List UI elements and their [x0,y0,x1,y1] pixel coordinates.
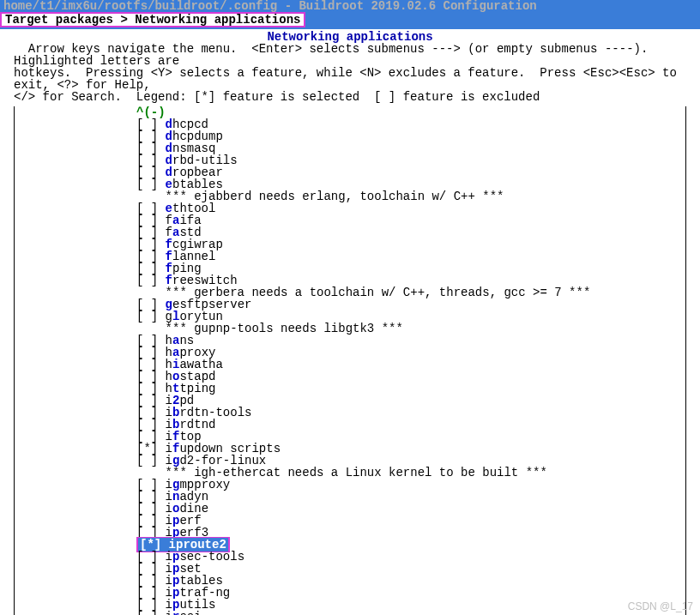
menu-item[interactable]: [ ] iperf [136,515,685,527]
menu-item[interactable]: [*] ifupdown scripts [136,443,685,455]
menu-item[interactable]: [ ] haproxy [136,347,685,359]
menu-item[interactable]: [ ] hiawatha [136,359,685,371]
window-title-bar: home/t1/imx6u/rootfs/buildroot/.config -… [0,0,700,12]
menu-item[interactable]: [ ] drbd-utils [136,154,685,166]
label-rest: ssi [179,610,201,615]
menu-frame[interactable]: ^(-) [ ] dhcpcd[ ] dhcpdump[ ] dnsmasq[ … [14,106,686,615]
menu-item[interactable]: [ ] inadyn [136,491,685,503]
menu-item[interactable]: [ ] ebtables [136,178,685,190]
menu-item[interactable]: [ ] dropbear [136,166,685,178]
menu-item[interactable]: [ ] hans [136,335,685,347]
breadcrumb: Target packages > Networking application… [0,12,305,27]
menu-item[interactable]: [ ] iputils [136,599,685,611]
menu-item[interactable]: [ ] ethtool [136,202,685,214]
menu-item[interactable]: [ ] iptables [136,575,685,587]
menu-item[interactable]: [ ] ipset [136,563,685,575]
menu-item[interactable]: [ ] httping [136,383,685,395]
menu-item[interactable]: [ ] dhcpcd [136,118,685,130]
menu-item[interactable]: [ ] glorytun [136,311,685,323]
menu-item[interactable]: [ ] fcgiwrap [136,238,685,250]
breadcrumb-row: Target packages > Networking application… [0,12,700,29]
scroll-up-indicator[interactable]: ^(-) [136,106,685,118]
menu-item[interactable]: [ ] ibrdtnd [136,419,685,431]
menu-item: *** igh-ethercat needs a Linux kernel to… [136,467,685,479]
menu-item: *** gupnp-tools needs libgtk3 *** [136,323,685,335]
menu-item[interactable]: [ ] ibrdtn-tools [136,407,685,419]
section-title: Networking applications [0,29,700,43]
menu-item[interactable]: [ ] hostapd [136,371,685,383]
menu-item[interactable]: [ ] ipsec-tools [136,551,685,563]
menu-item[interactable]: [ ] iptraf-ng [136,587,685,599]
menu-item[interactable]: [ ] faifa [136,214,685,226]
menu-item[interactable]: [ ] iodine [136,503,685,515]
menu-item[interactable]: [ ] fastd [136,226,685,238]
menu-item[interactable]: [ ] dhcpdump [136,130,685,142]
menu-item[interactable]: [ ] irssi [136,611,685,615]
menu-item[interactable]: [ ] freeswitch [136,274,685,286]
menu-item[interactable]: [ ] i2pd [136,395,685,407]
menu-item[interactable]: [ ] flannel [136,250,685,262]
menu-item[interactable]: [ ] fping [136,262,685,274]
watermark: CSDN @L_17 [628,601,693,612]
menu-list[interactable]: [ ] dhcpcd[ ] dhcpdump[ ] dnsmasq[ ] drb… [136,118,685,615]
menu-item[interactable]: [ ] gesftpserver [136,298,685,311]
menu-item[interactable]: [ ] iftop [136,431,685,443]
checkbox[interactable]: [ ] [136,610,166,615]
menu-item: *** ejabberd needs erlang, toolchain w/ … [136,190,685,202]
menu-item: *** gerbera needs a toolchain w/ C++, th… [136,286,685,298]
label-prefix: i [166,610,172,615]
menu-item[interactable]: [ ] igd2-for-linux [136,455,685,467]
menu-item[interactable]: [*] iproute2 [136,539,685,551]
help-text: Arrow keys navigate the menu. <Enter> se… [0,43,700,103]
menu-item[interactable]: [ ] igmpproxy [136,479,685,491]
menu-item[interactable]: [ ] dnsmasq [136,142,685,154]
